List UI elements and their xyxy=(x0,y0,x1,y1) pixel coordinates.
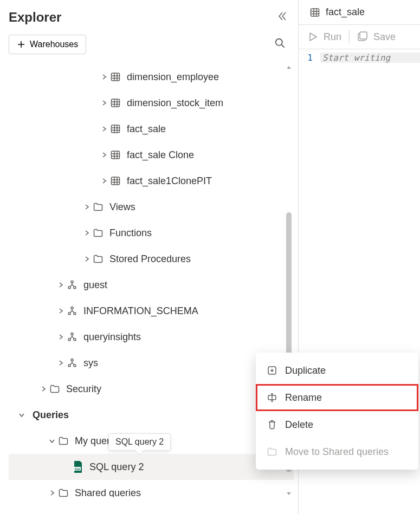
expand-chevron[interactable] xyxy=(100,178,108,184)
collapse-panel-button[interactable] xyxy=(274,9,289,25)
ctx-duplicate[interactable]: Duplicate xyxy=(256,357,418,384)
folder-icon xyxy=(56,435,70,446)
tree-item-label: Functions xyxy=(109,227,277,239)
scroll-down-icon xyxy=(285,490,293,497)
scroll-up-icon xyxy=(285,64,293,71)
code-editor[interactable]: 1 Start writing xyxy=(299,49,420,63)
tree-item-security[interactable]: Security xyxy=(9,376,294,402)
expand-chevron[interactable] xyxy=(56,360,65,366)
folder-icon xyxy=(91,201,105,212)
table-icon xyxy=(309,7,320,18)
tree-item-label: Stored Procedures xyxy=(109,253,277,265)
code-placeholder: Start writing xyxy=(320,53,420,63)
chevron-down-icon xyxy=(18,412,25,418)
schema-icon xyxy=(65,279,79,290)
chevron-right-icon xyxy=(101,152,107,158)
editor-tab[interactable]: fact_sale xyxy=(299,0,420,25)
collapse-chevron[interactable] xyxy=(17,412,26,418)
trash-icon xyxy=(267,419,277,430)
expand-chevron[interactable] xyxy=(100,74,108,80)
duplicate-icon xyxy=(267,365,277,376)
folder-icon xyxy=(48,383,62,394)
tree-item-label: guest xyxy=(83,279,277,291)
tree-item-table[interactable]: dimension_stock_item xyxy=(9,90,294,116)
expand-chevron[interactable] xyxy=(82,256,91,262)
tree-item-label: INFORMATION_SCHEMA xyxy=(83,305,277,317)
tree-item-label: sys xyxy=(83,357,277,369)
ctx-delete[interactable]: Delete xyxy=(256,411,418,438)
explorer-title: Explorer xyxy=(9,10,61,25)
tree-item-table[interactable]: fact_sale1ClonePIT xyxy=(9,168,294,194)
tree-item-label: dimension_stock_item xyxy=(127,97,277,109)
tree-item-my-queries[interactable]: My quer xyxy=(9,428,294,454)
warehouses-label: Warehouses xyxy=(30,40,78,49)
expand-chevron[interactable] xyxy=(82,230,91,236)
chevron-right-icon xyxy=(57,308,64,314)
schema-icon xyxy=(65,331,79,342)
tree-item-schema[interactable]: guest xyxy=(9,272,294,298)
table-icon xyxy=(108,123,122,134)
chevron-right-icon xyxy=(83,256,90,262)
tree-item-label: Queries xyxy=(33,409,277,421)
tree-item-shared-queries[interactable]: Shared queries xyxy=(9,480,294,497)
save-label: Save xyxy=(373,31,396,43)
tree-item-schema[interactable]: INFORMATION_SCHEMA xyxy=(9,298,294,324)
context-menu: Duplicate Rename Delete Move to Shared q… xyxy=(256,353,418,470)
expand-chevron[interactable] xyxy=(56,308,65,314)
expand-chevron[interactable] xyxy=(82,204,91,210)
tree-item-table[interactable]: fact_sale xyxy=(9,116,294,142)
folder-icon xyxy=(56,487,70,497)
tree-item-schema[interactable]: sys xyxy=(9,350,294,376)
collapse-chevron[interactable] xyxy=(48,438,56,444)
chevron-right-icon xyxy=(57,282,64,288)
expand-chevron[interactable] xyxy=(100,100,108,106)
chevron-double-left-icon xyxy=(276,11,287,22)
chevron-right-icon xyxy=(101,74,107,80)
chevron-right-icon xyxy=(101,126,107,132)
table-icon xyxy=(108,71,122,82)
run-button[interactable]: Run xyxy=(307,31,341,43)
tree-item-label: Views xyxy=(109,201,277,213)
chevron-right-icon xyxy=(83,230,90,236)
expand-chevron[interactable] xyxy=(100,126,108,132)
tree-item-label: dimension_employee xyxy=(127,71,277,83)
tree-item-label: fact_sale xyxy=(127,123,277,135)
chevron-right-icon xyxy=(57,360,64,366)
tree-item-label: fact_sale1ClonePIT xyxy=(127,175,277,187)
expand-chevron[interactable] xyxy=(56,282,65,288)
schema-icon xyxy=(65,357,79,368)
expand-chevron[interactable] xyxy=(100,152,108,158)
tree-item-folder[interactable]: Stored Procedures xyxy=(9,246,294,272)
tree-item-label: Shared queries xyxy=(75,487,277,498)
editor-tab-title: fact_sale xyxy=(326,6,365,18)
expand-chevron[interactable] xyxy=(48,490,56,496)
tree-item-label: Security xyxy=(66,383,277,395)
tree-item-label: My quer xyxy=(75,435,277,447)
expand-chevron[interactable] xyxy=(39,386,48,392)
sql-file-icon xyxy=(71,460,85,473)
table-icon xyxy=(108,97,122,108)
play-icon xyxy=(307,31,318,42)
folder-icon xyxy=(91,227,105,238)
tree-item-folder[interactable]: Views xyxy=(9,194,294,220)
tree-item-schema[interactable]: queryinsights xyxy=(9,324,294,350)
tree-section-queries[interactable]: Queries xyxy=(9,402,294,428)
folder-icon xyxy=(91,253,105,264)
tree-item-sql-query[interactable]: SQL query 2 xyxy=(9,454,294,480)
tree-item-label: queryinsights xyxy=(83,331,277,343)
tree-item-table[interactable]: fact_sale Clone xyxy=(9,142,294,168)
table-icon xyxy=(108,175,122,186)
search-button[interactable] xyxy=(271,34,289,54)
ctx-rename[interactable]: Rename xyxy=(256,384,418,411)
tree-item-folder[interactable]: Functions xyxy=(9,220,294,246)
schema-icon xyxy=(65,305,79,316)
tree-item-label: SQL query 2 xyxy=(89,461,267,473)
rename-icon xyxy=(267,392,277,403)
explorer-tree: dimension_employee dimension_stock_item … xyxy=(9,64,294,497)
save-button[interactable]: Save xyxy=(357,31,396,43)
tree-item-table[interactable]: dimension_employee xyxy=(9,64,294,90)
warehouses-button[interactable]: Warehouses xyxy=(9,35,86,54)
chevron-right-icon xyxy=(101,178,107,184)
expand-chevron[interactable] xyxy=(56,334,65,340)
plus-icon xyxy=(17,40,25,49)
